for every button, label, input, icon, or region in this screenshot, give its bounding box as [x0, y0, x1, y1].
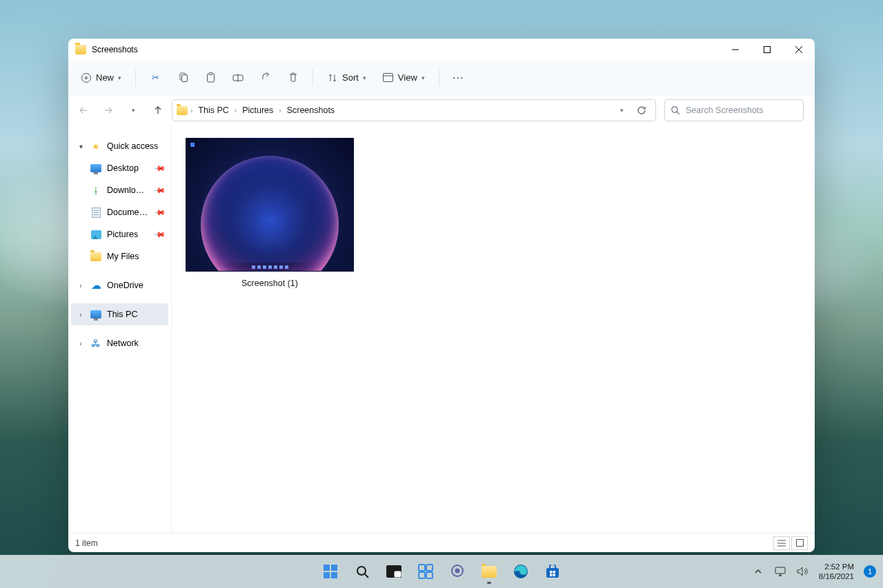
svg-rect-21 — [324, 565, 330, 571]
svg-rect-8 — [181, 75, 187, 82]
widgets-button[interactable] — [412, 558, 439, 585]
chevron-right-icon: › — [235, 107, 237, 114]
pin-icon: 📌 — [152, 161, 166, 174]
svg-rect-23 — [324, 572, 330, 578]
sidebar-this-pc[interactable]: › This PC — [71, 303, 168, 325]
separator — [135, 70, 136, 86]
search-input[interactable] — [686, 105, 797, 115]
cut-button[interactable]: ✂ — [143, 66, 168, 90]
sidebar-onedrive[interactable]: › ☁ OneDrive — [71, 274, 168, 296]
svg-rect-24 — [331, 572, 337, 578]
close-button[interactable] — [783, 39, 815, 61]
svg-rect-41 — [775, 567, 785, 574]
star-icon: ★ — [90, 141, 101, 152]
details-view-toggle[interactable] — [773, 536, 790, 550]
sidebar-item-pictures[interactable]: Pictures 📌 — [71, 223, 168, 245]
copy-button[interactable] — [170, 66, 195, 90]
svg-point-25 — [357, 567, 366, 575]
folder-icon — [90, 251, 101, 262]
breadcrumb-screenshots[interactable]: Screenshots — [284, 104, 337, 116]
view-button[interactable]: View ▾ — [376, 66, 432, 90]
svg-rect-40 — [553, 574, 556, 577]
picture-icon — [90, 229, 101, 240]
pin-icon: 📌 — [152, 227, 166, 241]
thumbnails-view-toggle[interactable] — [791, 536, 808, 550]
recent-locations-button[interactable]: ▾ — [122, 99, 144, 121]
address-dropdown-button[interactable]: ▾ — [613, 101, 631, 119]
sidebar-item-documents[interactable]: Documents 📌 — [71, 201, 168, 223]
sidebar-item-desktop[interactable]: Desktop 📌 — [71, 157, 168, 179]
search-icon — [671, 105, 680, 115]
maximize-button[interactable] — [751, 39, 783, 61]
sidebar-quick-access[interactable]: ▾ ★ Quick access — [71, 135, 168, 157]
address-bar[interactable]: › This PC › Pictures › Screenshots ▾ — [172, 99, 656, 121]
store-app[interactable] — [539, 558, 566, 585]
svg-rect-29 — [419, 565, 425, 571]
minimize-icon — [732, 46, 739, 53]
sidebar-item-label: OneDrive — [107, 281, 168, 290]
new-button[interactable]: New ▾ — [74, 66, 128, 90]
trash-icon — [288, 72, 299, 83]
edge-app[interactable] — [507, 558, 535, 585]
tray-overflow-button[interactable] — [748, 558, 768, 585]
download-icon: ⭳ — [90, 185, 101, 196]
delete-button[interactable] — [281, 66, 306, 90]
desktop-icon — [90, 163, 101, 174]
ellipsis-icon: ··· — [453, 72, 464, 83]
clipboard-icon — [205, 72, 216, 83]
maximize-icon — [764, 46, 771, 53]
clock[interactable]: 2:52 PM 8/16/2021 — [815, 562, 858, 582]
chevron-right-icon: › — [190, 107, 192, 114]
sidebar-network[interactable]: › 🖧 Network — [71, 332, 168, 354]
chevron-right-icon: › — [77, 281, 85, 290]
sidebar-item-label: This PC — [107, 310, 168, 319]
sort-button[interactable]: Sort ▾ — [320, 66, 373, 90]
sidebar-item-my-files[interactable]: My Files — [71, 245, 168, 267]
plus-circle-icon — [81, 72, 92, 83]
sort-label: Sort — [342, 72, 359, 83]
copy-icon — [177, 72, 188, 83]
paste-button[interactable] — [198, 66, 223, 90]
notification-badge[interactable]: 1 — [864, 565, 876, 578]
svg-rect-38 — [553, 571, 556, 574]
back-button[interactable] — [72, 99, 95, 121]
network-icon: 🖧 — [90, 338, 101, 349]
speaker-icon — [797, 567, 808, 576]
breadcrumb-pictures[interactable]: Pictures — [239, 104, 276, 116]
chevron-down-icon: ▾ — [363, 74, 366, 81]
svg-rect-28 — [394, 571, 401, 578]
share-button[interactable] — [253, 66, 278, 90]
chevron-right-icon: › — [279, 107, 281, 114]
file-explorer-app[interactable] — [475, 558, 503, 585]
file-list[interactable]: Screenshot (1) — [172, 125, 815, 533]
taskbar[interactable]: 2:52 PM 8/16/2021 1 — [0, 555, 883, 588]
svg-rect-22 — [331, 565, 337, 571]
forward-button[interactable] — [97, 99, 119, 121]
command-toolbar: New ▾ ✂ Sort ▾ View ▾ ··· — [68, 61, 815, 95]
svg-rect-1 — [764, 47, 771, 53]
rename-button[interactable] — [226, 66, 250, 90]
chat-button[interactable] — [444, 558, 471, 585]
start-button[interactable] — [317, 558, 344, 585]
new-label: New — [96, 72, 114, 83]
more-button[interactable]: ··· — [446, 66, 471, 90]
task-view-button[interactable] — [380, 558, 408, 585]
minimize-button[interactable] — [720, 39, 751, 61]
up-button[interactable] — [147, 99, 169, 121]
refresh-button[interactable] — [632, 101, 651, 119]
svg-rect-37 — [550, 571, 553, 574]
notification-count: 1 — [868, 567, 872, 576]
network-tray-icon[interactable] — [771, 558, 790, 585]
search-box[interactable] — [664, 99, 804, 121]
search-button[interactable] — [348, 558, 376, 585]
sidebar-item-label: Network — [107, 338, 168, 348]
titlebar[interactable]: Screenshots — [68, 39, 815, 61]
view-icon — [383, 72, 394, 83]
svg-rect-20 — [796, 540, 803, 547]
file-explorer-window: Screenshots New ▾ ✂ — [68, 39, 815, 552]
clock-time: 2:52 PM — [819, 562, 854, 571]
volume-tray-icon[interactable] — [793, 558, 812, 585]
sidebar-item-downloads[interactable]: ⭳ Downloads 📌 — [71, 179, 168, 201]
breadcrumb-this-pc[interactable]: This PC — [195, 104, 231, 116]
file-item[interactable]: Screenshot (1) — [186, 138, 354, 288]
